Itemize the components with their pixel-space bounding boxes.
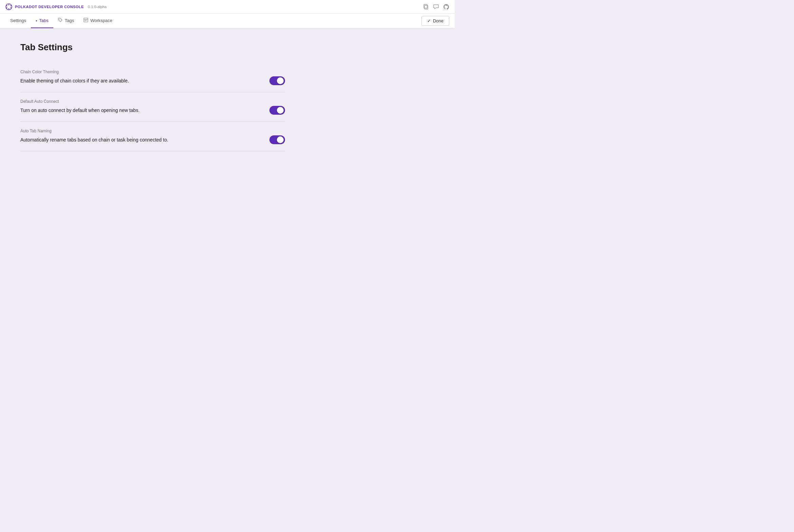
svg-point-3	[6, 5, 7, 6]
nav-item-workspace[interactable]: Workspace	[79, 14, 117, 28]
svg-point-9	[59, 19, 60, 19]
svg-point-5	[6, 7, 7, 8]
default-auto-connect-label: Default Auto Connect	[20, 99, 285, 104]
tabs-nav-icon: ▪	[36, 18, 37, 23]
header-left: POLKADOT DEVELOPER CONSOLE 0.1.0-alpha	[5, 3, 107, 10]
nav-item-tabs[interactable]: ▪ Tabs	[31, 14, 53, 28]
chain-color-theming-toggle[interactable]	[269, 76, 285, 85]
svg-point-2	[8, 8, 10, 9]
nav-workspace-label: Workspace	[90, 18, 112, 23]
app-version: 0.1.0-alpha	[88, 5, 107, 9]
nav-tabs-label: Tabs	[39, 18, 48, 23]
svg-point-4	[11, 5, 12, 6]
copy-icon[interactable]	[423, 4, 429, 10]
nav-item-settings[interactable]: Settings	[5, 14, 31, 28]
done-label: Done	[433, 18, 443, 23]
workspace-nav-icon	[83, 18, 88, 23]
nav-item-tags[interactable]: Tags	[53, 14, 79, 28]
svg-point-1	[8, 4, 10, 5]
default-auto-connect-section: Default Auto Connect Turn on auto connec…	[20, 92, 285, 122]
app-title: POLKADOT DEVELOPER CONSOLE	[15, 5, 84, 9]
default-auto-connect-description: Turn on auto connect by default when ope…	[20, 108, 139, 113]
nav-settings-label: Settings	[10, 18, 26, 23]
app-header: POLKADOT DEVELOPER CONSOLE 0.1.0-alpha	[0, 0, 455, 14]
default-auto-connect-slider	[269, 106, 285, 115]
chat-icon[interactable]	[433, 4, 439, 10]
chain-color-theming-description: Enable theming of chain colors if they a…	[20, 78, 129, 83]
tags-nav-icon	[58, 18, 63, 23]
done-check-icon: ✓	[427, 18, 431, 23]
auto-tab-naming-section: Auto Tab Naming Automatically rename tab…	[20, 122, 285, 151]
settings-navbar: Settings ▪ Tabs Tags	[0, 14, 455, 28]
done-button[interactable]: ✓ Done	[421, 16, 449, 26]
auto-tab-naming-description: Automatically rename tabs based on chain…	[20, 137, 168, 142]
github-icon[interactable]	[443, 4, 449, 10]
navbar-tabs: Settings ▪ Tabs Tags	[5, 14, 117, 28]
auto-tab-naming-slider	[269, 135, 285, 144]
chain-color-theming-label: Chain Color Theming	[20, 70, 285, 74]
chain-color-theming-slider	[269, 76, 285, 85]
nav-tags-label: Tags	[65, 18, 74, 23]
svg-point-6	[11, 7, 12, 8]
polkadot-logo-icon	[5, 3, 12, 10]
chain-color-theming-row: Enable theming of chain colors if they a…	[20, 76, 285, 85]
auto-tab-naming-row: Automatically rename tabs based on chain…	[20, 135, 285, 144]
chain-color-theming-section: Chain Color Theming Enable theming of ch…	[20, 63, 285, 92]
default-auto-connect-row: Turn on auto connect by default when ope…	[20, 106, 285, 115]
default-auto-connect-toggle[interactable]	[269, 106, 285, 115]
header-right	[423, 4, 449, 10]
auto-tab-naming-label: Auto Tab Naming	[20, 129, 285, 133]
auto-tab-naming-toggle[interactable]	[269, 135, 285, 144]
page-title: Tab Settings	[20, 42, 285, 53]
main-content: Tab Settings Chain Color Theming Enable …	[0, 28, 305, 165]
